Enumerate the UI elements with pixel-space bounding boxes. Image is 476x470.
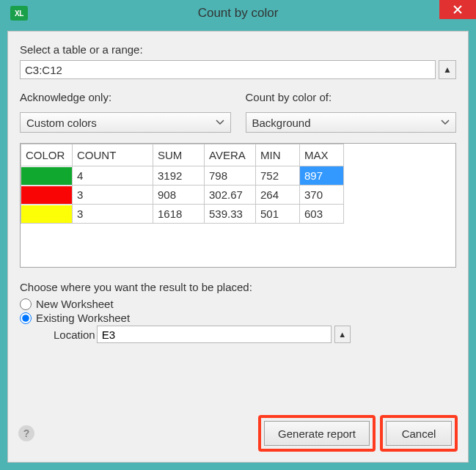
chevron-down-icon — [216, 120, 224, 125]
color-swatch-cell[interactable] — [21, 166, 73, 186]
cell-avg[interactable]: 539.33 — [205, 205, 256, 224]
help-icon: ? — [23, 427, 30, 439]
cell-count[interactable]: 3 — [73, 205, 153, 224]
ack-only-select[interactable]: Custom colors — [20, 112, 231, 133]
count-by-value: Background — [252, 117, 311, 129]
radio-existing-worksheet[interactable]: Existing Worksheet — [20, 312, 456, 324]
chevron-down-icon — [441, 120, 450, 125]
cell-sum[interactable]: 1618 — [153, 205, 205, 224]
title-bar: XL Count by color — [0, 0, 476, 26]
results-table: COLORCOUNTSUMAVERAMINMAX 431927987528973… — [21, 144, 344, 224]
column-header[interactable]: SUM — [153, 144, 205, 166]
table-row: 43192798752897 — [21, 166, 344, 186]
table-row: 3908302.67264370 — [21, 186, 344, 205]
location-label: Location — [54, 328, 95, 341]
generate-report-button[interactable]: Generate report — [264, 421, 370, 446]
radio-existing-worksheet-input[interactable] — [20, 312, 32, 324]
table-row: 31618539.33501603 — [21, 205, 344, 224]
location-picker-button[interactable]: ▲ — [334, 326, 351, 343]
cell-sum[interactable]: 3192 — [153, 166, 205, 186]
column-header[interactable]: MAX — [300, 144, 344, 166]
cell-count[interactable]: 3 — [73, 186, 153, 205]
cancel-highlight: Cancel — [380, 415, 458, 452]
location-input[interactable] — [97, 326, 332, 343]
range-input[interactable] — [20, 60, 436, 79]
close-icon — [453, 5, 462, 14]
help-button[interactable]: ? — [18, 425, 34, 441]
cell-max[interactable]: 370 — [300, 186, 344, 205]
results-table-container: COLORCOUNTSUMAVERAMINMAX 431927987528973… — [20, 143, 456, 268]
column-header[interactable]: COUNT — [73, 144, 153, 166]
radio-new-worksheet-label: New Worksheet — [36, 298, 114, 310]
radio-new-worksheet-input[interactable] — [20, 298, 32, 310]
cell-sum[interactable]: 908 — [153, 186, 205, 205]
radio-new-worksheet[interactable]: New Worksheet — [20, 298, 456, 310]
cell-avg[interactable]: 302.67 — [205, 186, 256, 205]
cell-min[interactable]: 264 — [256, 186, 300, 205]
dialog-content: Select a table or a range: ▲ Acknowledge… — [7, 31, 469, 463]
cell-avg[interactable]: 798 — [205, 166, 256, 186]
color-swatch-cell[interactable] — [21, 186, 73, 205]
generate-highlight: Generate report — [258, 415, 376, 452]
radio-existing-worksheet-label: Existing Worksheet — [36, 312, 130, 324]
window-title: Count by color — [0, 6, 476, 21]
range-label: Select a table or a range: — [20, 43, 456, 56]
column-header[interactable]: MIN — [256, 144, 300, 166]
collapse-icon: ▲ — [338, 330, 346, 339]
close-button[interactable] — [439, 0, 476, 19]
cell-max[interactable]: 603 — [300, 205, 344, 224]
cell-min[interactable]: 752 — [256, 166, 300, 186]
column-header[interactable]: AVERA — [205, 144, 256, 166]
color-swatch — [21, 167, 72, 185]
ack-only-label: Acknowledge only: — [20, 91, 231, 103]
cancel-button[interactable]: Cancel — [386, 421, 452, 446]
cell-max[interactable]: 897 — [300, 166, 344, 186]
color-swatch — [21, 186, 72, 204]
color-swatch-cell[interactable] — [21, 205, 73, 224]
collapse-icon: ▲ — [443, 65, 452, 75]
range-picker-button[interactable]: ▲ — [439, 60, 456, 79]
placement-label: Choose where you want the result to be p… — [20, 281, 456, 293]
dialog-window: XL Count by color Select a table or a ra… — [0, 0, 476, 470]
count-by-select[interactable]: Background — [246, 112, 457, 133]
cell-min[interactable]: 501 — [256, 205, 300, 224]
cell-count[interactable]: 4 — [73, 166, 153, 186]
ack-only-value: Custom colors — [26, 117, 97, 129]
color-swatch — [21, 205, 72, 223]
app-icon: XL — [10, 6, 28, 21]
column-header[interactable]: COLOR — [21, 144, 73, 166]
count-by-label: Count by color of: — [246, 91, 457, 103]
